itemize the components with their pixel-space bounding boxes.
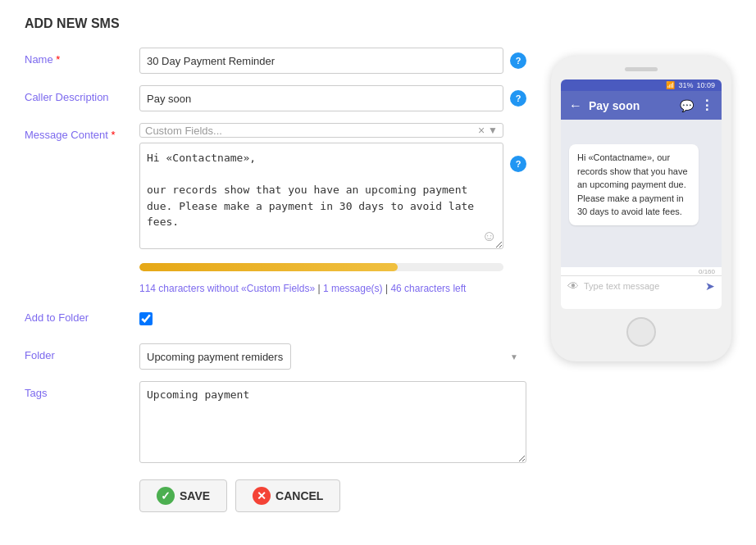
select-arrow-icon[interactable]: ▼ [488,125,498,136]
message-content-row: Message Content * Custom Fields... × ▼ H… [25,123,526,294]
phone-signal-pct: 31% [678,81,693,89]
add-to-folder-wrap [139,306,526,332]
name-input[interactable] [139,48,503,74]
phone-mockup: 📶 31% 10:09 ← Pay soon 💬 ⋮ Hi «Contactna… [551,56,731,512]
phone-body: Hi «Contactname», our records show that … [561,120,722,267]
add-to-folder-checkbox[interactable] [139,312,153,325]
message-bubble-text: Hi «Contactname», our records show that … [577,152,688,216]
message-help-icon[interactable]: ? [510,156,526,172]
tags-control-wrap: Upcoming payment [139,381,526,463]
folder-select[interactable]: Upcoming payment remiders [139,343,291,370]
name-row: Name * ? [25,48,526,74]
folder-row: Folder Upcoming payment remiders [25,343,526,370]
save-icon: ✓ [157,487,175,505]
save-button[interactable]: ✓ SAVE [139,479,227,512]
caller-input[interactable] [139,85,503,111]
add-to-folder-label: Add to Folder [25,306,139,324]
form-area: Name * ? Caller Description ? [25,48,731,512]
message-control-wrap: Custom Fields... × ▼ Hi «Contactname», o… [139,123,526,294]
phone-more-icon[interactable]: ⋮ [700,98,713,113]
phone-home-button[interactable] [626,317,656,347]
add-to-folder-row: Add to Folder [25,306,526,332]
phone-char-count: 0/160 [561,267,722,275]
form-left: Name * ? Caller Description ? [25,48,526,512]
phone-screen: 📶 31% 10:09 ← Pay soon 💬 ⋮ Hi «Contactna… [561,79,722,309]
cancel-button[interactable]: ✕ CANCEL [235,479,340,512]
message-label: Message Content * [25,123,139,141]
folder-label: Folder [25,343,139,361]
save-label: SAVE [180,489,210,502]
page-container: ADD NEW SMS Name * ? Caller Description [25,16,731,512]
folder-control-wrap: Upcoming payment remiders [139,343,526,370]
phone-send-icon[interactable]: ➤ [705,279,715,293]
phone-time: 10:09 [696,81,715,89]
cancel-icon: ✕ [253,487,271,505]
emoji-icon[interactable]: ☺ [482,228,497,245]
cancel-label: CANCEL [276,489,323,502]
message-textarea-wrap: Hi «Contactname», our records show that … [139,143,503,252]
phone-status-bar: 📶 31% 10:09 [561,79,722,91]
phone-input-bar: 👁 Type text message ➤ [561,275,722,296]
progress-bar-fill [139,263,398,271]
caller-row: Caller Description ? [25,85,526,111]
phone-signal: 📶 [666,81,675,89]
tags-label: Tags [25,381,139,399]
progress-bar-bg [139,263,503,271]
caller-help-icon[interactable]: ? [510,90,526,107]
phone-eye-icon: 👁 [567,279,579,293]
tags-textarea[interactable]: Upcoming payment [139,381,526,463]
phone-back-icon[interactable]: ← [569,98,582,113]
phone-speaker [625,67,658,71]
message-bubble: Hi «Contactname», our records show that … [569,144,699,225]
page-title: ADD NEW SMS [25,16,731,31]
caller-control-wrap: ? [139,85,526,111]
custom-fields-select[interactable]: Custom Fields... × ▼ [139,123,503,138]
phone-header: ← Pay soon 💬 ⋮ [561,91,722,120]
add-to-folder-checkbox-wrap [139,306,153,332]
select-clear-icon[interactable]: × [478,124,485,137]
phone-header-title: Pay soon [589,99,673,112]
name-label: Name * [25,48,139,66]
button-row: ✓ SAVE ✕ CANCEL [25,479,526,512]
phone-type-placeholder[interactable]: Type text message [584,281,700,291]
name-help-icon[interactable]: ? [510,52,526,69]
message-textarea[interactable]: Hi «Contactname», our records show that … [139,143,503,249]
phone-message-icon: 💬 [680,99,694,112]
folder-select-wrap: Upcoming payment remiders [139,343,526,370]
tags-row: Tags Upcoming payment [25,381,526,463]
phone-outer: 📶 31% 10:09 ← Pay soon 💬 ⋮ Hi «Contactna… [551,56,731,361]
char-info: 114 characters without «Custom Fields» |… [139,283,503,294]
name-control-wrap: ? [139,48,526,74]
caller-label: Caller Description [25,85,139,103]
custom-fields-placeholder: Custom Fields... [145,125,478,137]
